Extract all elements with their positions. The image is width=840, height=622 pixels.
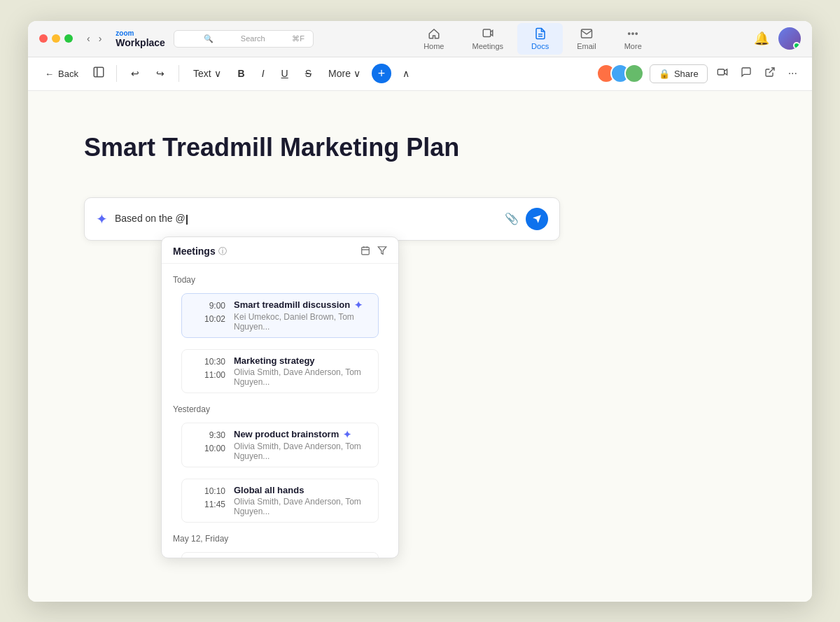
strikethrough-button[interactable]: S (300, 64, 317, 83)
nav-tabs: Home Meetings Docs (410, 23, 656, 55)
ai-prompt-container: ✦ Based on the @ 📎 Meetings ⓘ (84, 197, 560, 241)
text-style-button[interactable]: Text ∨ (188, 64, 227, 83)
tab-meetings-label: Meetings (472, 42, 503, 50)
meetings-header: Meetings ⓘ (162, 237, 398, 264)
svg-rect-0 (483, 29, 491, 37)
zoom-brand-label: zoom (115, 29, 134, 37)
tab-more[interactable]: More (610, 23, 656, 55)
meetings-info-icon[interactable]: ⓘ (218, 246, 227, 257)
redo-button[interactable]: ↪ (150, 64, 170, 83)
export-button[interactable] (761, 63, 779, 84)
export-icon (764, 66, 776, 78)
meeting-item[interactable]: 10:30 11:00 Marketing strategy Olivia Sm… (181, 349, 379, 393)
more-format-label: More (328, 68, 351, 79)
online-status-dot (793, 42, 800, 49)
italic-button[interactable]: I (256, 64, 270, 83)
meeting-item[interactable]: 10:10 11:45 Global all hands Olivia Smit… (181, 479, 379, 523)
notification-icon[interactable]: 🔔 (752, 29, 771, 48)
meetings-dropdown: Meetings ⓘ (161, 236, 399, 558)
email-icon (580, 27, 593, 40)
meeting-item[interactable]: 9:00 10:02 Smart treadmill discussion ✦ … (181, 293, 379, 338)
sidebar-toggle-button[interactable] (90, 63, 108, 84)
meetings-filter-button[interactable] (377, 246, 387, 257)
attachment-icon[interactable]: 📎 (505, 212, 519, 225)
meeting-item[interactable]: 09:15 09:25 1:1 with Dave Olivia Smith, … (181, 552, 379, 558)
forward-nav-button[interactable]: › (96, 30, 105, 47)
share-label: Share (674, 69, 699, 79)
meeting-title-text: Marketing strategy (234, 355, 315, 366)
workplace-label: Workplace (115, 37, 165, 48)
svg-point-3 (629, 32, 630, 34)
more-dropdown-icon: ∨ (354, 68, 360, 79)
back-nav-button[interactable]: ‹ (84, 30, 93, 47)
search-placeholder: Search (241, 34, 265, 43)
search-icon: 🔍 (204, 34, 214, 43)
tab-docs-label: Docs (531, 42, 549, 50)
ai-input-field[interactable]: Based on the @ (115, 213, 498, 224)
bold-button[interactable]: B (232, 64, 251, 83)
ai-prompt-box[interactable]: ✦ Based on the @ 📎 (84, 197, 560, 241)
expand-button[interactable]: ∧ (397, 64, 415, 83)
maximize-button[interactable] (64, 34, 73, 43)
add-content-button[interactable]: + (372, 64, 391, 83)
more-format-button[interactable]: More ∨ (323, 64, 366, 83)
tab-more-label: More (624, 42, 642, 50)
meeting-time: 9:30 10:00 (190, 429, 225, 455)
toolbar-divider-2 (178, 65, 179, 82)
section-yesterday-label: Yesterday (162, 399, 398, 417)
toolbar-divider-1 (116, 65, 117, 82)
ai-send-button[interactable] (526, 208, 548, 230)
strikethrough-label: S (305, 68, 312, 79)
back-button[interactable]: ← Back (39, 66, 84, 82)
meeting-name: Global all hands (234, 485, 370, 495)
docs-icon (534, 27, 547, 40)
minimize-button[interactable] (52, 34, 60, 43)
home-icon (428, 27, 440, 40)
tab-meetings[interactable]: Meetings (458, 23, 517, 55)
share-button[interactable]: 🔒 Share (650, 64, 708, 83)
meeting-name: Marketing strategy (234, 355, 370, 366)
comment-button[interactable] (737, 63, 755, 84)
meeting-attendees: Olivia Smith, Dave Anderson, Tom Nguyen.… (234, 497, 370, 516)
nav-arrows: ‹ › (84, 30, 104, 47)
meetings-calendar-button[interactable] (360, 246, 370, 257)
tab-docs[interactable]: Docs (517, 23, 563, 55)
meeting-attendees: Olivia Smith, Dave Anderson, Tom Nguyen.… (234, 441, 370, 461)
filter-icon (377, 246, 387, 255)
underline-label: U (281, 68, 288, 79)
user-avatar[interactable] (778, 27, 801, 50)
meeting-item[interactable]: 9:30 10:00 New product brainstorm ✦ Oliv… (181, 423, 379, 467)
svg-line-9 (769, 68, 774, 73)
text-dropdown-icon: ∨ (214, 68, 221, 79)
svg-rect-8 (718, 69, 724, 75)
lock-icon: 🔒 (659, 69, 670, 79)
svg-rect-6 (94, 67, 104, 77)
search-bar[interactable]: 🔍 Search ⌘F (174, 30, 314, 48)
meeting-info: New product brainstorm ✦ Olivia Smith, D… (234, 429, 370, 461)
meeting-time: 10:30 11:00 (190, 355, 225, 382)
italic-label: I (262, 68, 265, 79)
back-arrow-icon: ← (45, 69, 54, 79)
video-button[interactable] (713, 63, 732, 84)
section-today-label: Today (162, 269, 398, 288)
more-icon (626, 27, 639, 40)
tab-email-label: Email (577, 42, 596, 50)
sidebar-icon (92, 66, 105, 78)
tab-home[interactable]: Home (410, 23, 458, 55)
meeting-name: Smart treadmill discussion ✦ (234, 299, 370, 311)
titlebar-right: 🔔 (752, 27, 801, 50)
collaborators (596, 64, 644, 83)
section-may12-label: May 12, Friday (162, 528, 398, 546)
svg-point-5 (636, 32, 637, 34)
overflow-button[interactable]: ··· (785, 64, 801, 83)
meeting-time: 9:00 10:02 (190, 299, 225, 326)
svg-point-4 (632, 32, 634, 34)
tab-email[interactable]: Email (563, 23, 610, 55)
meeting-info: Global all hands Olivia Smith, Dave Ande… (234, 485, 370, 516)
close-button[interactable] (39, 34, 48, 43)
text-style-label: Text (193, 68, 211, 79)
meeting-title-text: New product brainstorm (234, 429, 339, 439)
undo-button[interactable]: ↩ (125, 64, 145, 83)
underline-button[interactable]: U (276, 64, 294, 83)
titlebar: ‹ › zoom Workplace 🔍 Search ⌘F Home (28, 21, 812, 57)
